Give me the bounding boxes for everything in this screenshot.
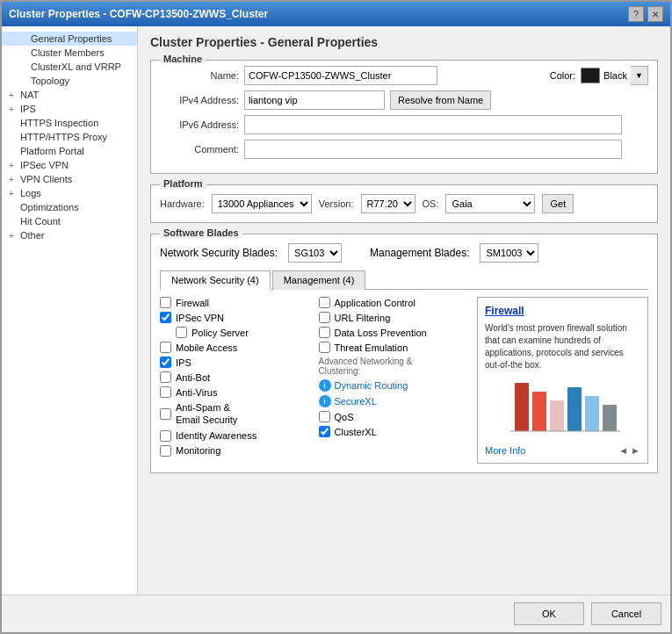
app-control-checkbox[interactable] [319,297,330,308]
machine-group: Machine Name: Color: Black ▼ [150,60,658,174]
net-sec-select[interactable]: SG103 [288,243,342,263]
sidebar-label: General Properties [31,33,112,44]
expander-icon: + [9,175,18,184]
qos-checkbox[interactable] [319,411,330,422]
sidebar-label: IPS [20,104,36,114]
dynamic-routing-link[interactable]: Dynamic Routing [335,380,408,391]
ipv4-input[interactable] [244,90,385,110]
ok-button[interactable]: OK [514,602,584,625]
anti-virus-checkbox[interactable] [160,386,171,398]
info-panel-title: Firewall [485,305,640,317]
color-dropdown-button[interactable]: ▼ [631,66,648,85]
window-body: General Properties Cluster Members Clust… [2,26,670,594]
color-label: Color: [550,70,575,81]
clusterxl-checkbox[interactable] [319,426,330,437]
get-button[interactable]: Get [542,194,574,213]
adv-networking-label: Advanced Networking &Clustering: [319,357,474,376]
monitoring-checkbox[interactable] [160,445,171,457]
blade-qos: QoS [319,411,474,422]
os-select[interactable]: Gaia SecurePlatform [445,194,535,213]
comment-label: Comment: [160,144,239,155]
version-select[interactable]: R77.20 R80.10 [361,194,415,213]
securexl-link[interactable]: SecureXL [335,396,377,407]
blade-url-filtering: URL Filtering [319,312,474,323]
expander-icon: + [9,161,18,170]
color-row: Color: Black ▼ [550,66,648,85]
firewall-checkbox[interactable] [160,297,171,308]
sidebar-item-other[interactable]: + Other [2,228,137,242]
help-button[interactable]: ? [628,6,644,22]
blade-dynamic-routing: i Dynamic Routing [319,379,474,392]
ips-checkbox[interactable] [160,357,171,368]
comment-input[interactable] [244,140,622,159]
sidebar-label: Cluster Members [31,47,105,58]
sidebar-label: IPSec VPN [20,160,69,170]
info-panel: Firewall World's most proven firewall so… [477,297,648,464]
ipv6-input[interactable] [244,115,622,134]
sidebar-item-https-inspection[interactable]: HTTPS Inspection [2,116,137,130]
blade-label: Identity Awareness [176,430,257,441]
sidebar-label: ClusterXL and VRRP [31,61,121,72]
policy-server-checkbox[interactable] [176,327,187,338]
dlp-checkbox[interactable] [319,327,330,338]
firewall-visual [485,378,640,442]
blade-label: Firewall [176,298,209,308]
title-controls: ? ✕ [628,6,663,22]
sidebar-item-http-proxy[interactable]: HTTP/HTTPS Proxy [2,130,137,144]
tab-management[interactable]: Management (4) [272,270,366,290]
resolve-from-name-button[interactable]: Resolve from Name [390,90,491,110]
blade-label: Threat Emulation [335,342,408,353]
blades-group-label: Software Blades [160,227,242,238]
cancel-button[interactable]: Cancel [591,602,661,625]
sidebar-item-ipsec-vpn[interactable]: + IPSec VPN [2,158,137,172]
anti-spam-checkbox[interactable] [160,408,171,420]
sidebar-label: Platform Portal [20,146,84,156]
blade-label: Mobile Access [176,342,237,353]
threat-emulation-checkbox[interactable] [319,342,330,353]
sidebar-item-cluster-members[interactable]: Cluster Members [2,46,137,60]
sidebar-item-clusterxl-vrrp[interactable]: ClusterXL and VRRP [2,60,137,74]
blade-threat-emulation: Threat Emulation [319,342,474,353]
name-input[interactable] [244,66,437,85]
sidebar-item-ips[interactable]: + IPS [2,102,137,116]
ipsec-vpn-checkbox[interactable] [160,312,171,323]
info-nav[interactable]: ◄ ► [618,445,640,456]
close-button[interactable]: ✕ [647,6,663,22]
sidebar-item-vpn-clients[interactable]: + VPN Clients [2,172,137,186]
hardware-select[interactable]: 13000 Appliances Open Server [212,194,312,213]
sidebar-item-hit-count[interactable]: Hit Count [2,214,137,228]
tab-network-security[interactable]: Network Security (4) [160,270,271,290]
adv-networking-text: Advanced Networking &Clustering: [319,357,413,376]
anti-bot-checkbox[interactable] [160,371,171,383]
platform-group-label: Platform [160,178,206,189]
name-row: Name: Color: Black ▼ [160,66,648,85]
name-label: Name: [160,70,239,81]
blades-selects-row: Network Security Blades: SG103 Managemen… [160,243,648,263]
ipv4-row: IPv4 Address: Resolve from Name [160,90,648,110]
window-title: Cluster Properties - COFW-CP13500-ZWWS_C… [9,8,268,20]
sidebar-item-platform-portal[interactable]: Platform Portal [2,144,137,158]
sidebar-item-nat[interactable]: + NAT [2,88,137,102]
url-filtering-checkbox[interactable] [319,312,330,323]
blade-label: Policy Server [191,328,249,338]
blade-label: ClusterXL [335,427,377,437]
sidebar-item-logs[interactable]: + Logs [2,186,137,200]
info-panel-text: World's most proven firewall solution th… [485,322,640,371]
blade-label: Anti-Spam &Email Security [176,401,237,427]
sidebar-label: Optimizations [20,202,79,213]
blade-label: Data Loss Prevention [335,328,427,338]
blade-identity-awareness: Identity Awareness [160,430,315,442]
mobile-access-checkbox[interactable] [160,342,171,353]
platform-row: Hardware: 13000 Appliances Open Server V… [160,194,648,213]
bottom-bar: OK Cancel [2,594,670,632]
sidebar-item-general-properties[interactable]: General Properties [2,32,137,46]
identity-awareness-checkbox[interactable] [160,430,171,442]
main-content-area: Cluster Properties - General Properties … [138,26,670,594]
hardware-label: Hardware: [160,198,205,209]
mgmt-select[interactable]: SM1003 [480,243,538,263]
sidebar-item-topology[interactable]: Topology [2,74,137,88]
more-info-link[interactable]: More Info [485,445,525,456]
blades-column-1: Firewall IPSec VPN Policy Server Mo [160,297,319,464]
sidebar-item-optimizations[interactable]: Optimizations [2,200,137,214]
svg-rect-1 [532,392,546,431]
